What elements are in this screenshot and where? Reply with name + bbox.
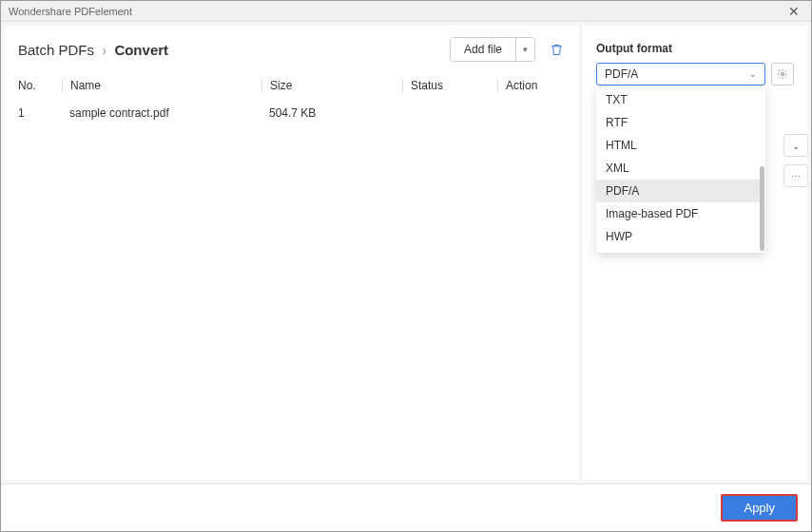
table-row[interactable]: 1 sample contract.pdf 504.7 KB	[5, 100, 579, 126]
dropdown-option-xml[interactable]: XML	[596, 157, 764, 180]
chevron-down-icon: ⌄	[792, 141, 800, 151]
col-header-status: Status	[402, 79, 497, 92]
cell-size: 504.7 KB	[261, 106, 402, 120]
cell-name: sample contract.pdf	[62, 106, 261, 120]
dropdown-option-hwpx[interactable]: HWPX	[596, 248, 764, 253]
more-icon: ⋯	[791, 171, 801, 181]
dropdown-option-txt[interactable]: TXT	[596, 88, 764, 111]
dropdown-option-pdfa[interactable]: PDF/A	[596, 180, 764, 202]
svg-point-0	[782, 73, 784, 76]
output-format-dropdown[interactable]: PDF/A ⌄ TXT RTF HTML XML PDF/A Image-bas…	[596, 63, 765, 86]
breadcrumb-separator: ›	[102, 42, 106, 58]
dropdown-option-image-pdf[interactable]: Image-based PDF	[596, 202, 764, 225]
col-header-size: Size	[261, 79, 402, 92]
col-header-no: No.	[18, 79, 62, 92]
settings-gear-button[interactable]	[771, 63, 794, 86]
side-more-button[interactable]: ⋯	[783, 164, 808, 187]
col-header-name: Name	[62, 79, 261, 92]
table-header: No. Name Size Status Action	[5, 71, 579, 100]
apply-button[interactable]: Apply	[721, 494, 798, 522]
breadcrumb-current: Convert	[114, 42, 168, 58]
add-file-button[interactable]: Add file	[451, 38, 515, 61]
col-header-action: Action	[497, 79, 566, 92]
main-panel: Batch PDFs › Convert Add file ▾	[5, 26, 579, 480]
side-collapse-button[interactable]: ⌄	[783, 134, 808, 157]
breadcrumb: Batch PDFs › Convert	[18, 42, 168, 58]
add-file-dropdown-caret[interactable]: ▾	[515, 38, 534, 61]
dropdown-scrollbar[interactable]	[760, 166, 764, 251]
dropdown-option-hwp[interactable]: HWP	[596, 225, 764, 248]
chevron-down-icon: ▾	[523, 45, 528, 54]
output-format-label: Output format	[596, 42, 794, 55]
close-icon[interactable]: ✕	[784, 4, 803, 19]
app-title: Wondershare PDFelement	[9, 6, 132, 17]
titlebar: Wondershare PDFelement ✕	[1, 1, 811, 22]
add-file-group: Add file ▾	[450, 37, 535, 62]
dropdown-option-html[interactable]: HTML	[596, 134, 764, 157]
footer: Apply	[1, 484, 811, 531]
side-panel: Output format PDF/A ⌄ TXT RTF HTML XML P…	[583, 26, 807, 480]
dropdown-list: TXT RTF HTML XML PDF/A Image-based PDF H…	[596, 86, 765, 253]
chevron-down-icon: ⌄	[749, 69, 757, 79]
dropdown-option-rtf[interactable]: RTF	[596, 111, 764, 134]
breadcrumb-parent[interactable]: Batch PDFs	[18, 42, 94, 58]
cell-no: 1	[18, 106, 62, 120]
dropdown-selected: PDF/A	[605, 67, 638, 81]
trash-icon[interactable]	[547, 40, 566, 59]
